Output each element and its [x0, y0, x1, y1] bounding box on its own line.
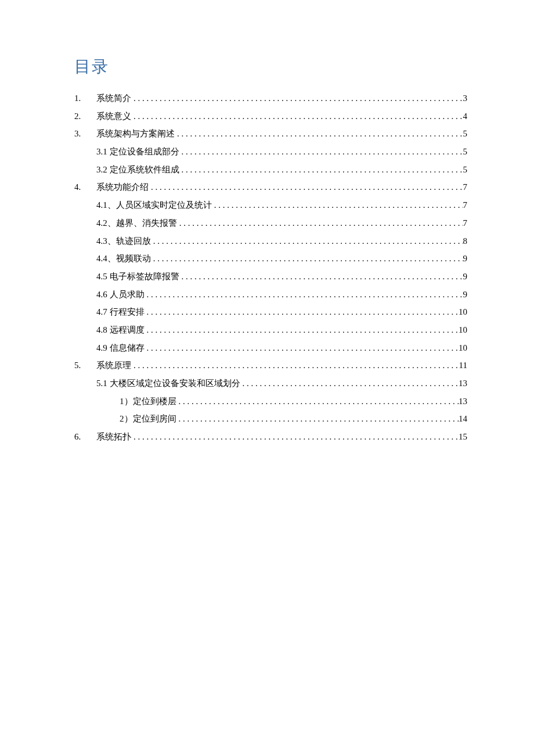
- toc-entry-page: 10: [459, 323, 467, 337]
- toc-entry-number: 6.: [74, 430, 96, 444]
- table-of-contents: 1.系统简介32.系统意义43.系统架构与方案阐述53.1 定位设备组成部分53…: [74, 92, 467, 444]
- toc-entry-page: 5: [463, 145, 468, 159]
- toc-entry-text: 4.8 远程调度: [96, 323, 145, 337]
- toc-heading: 目录: [74, 56, 467, 78]
- toc-entry-page: 3: [463, 92, 468, 105]
- toc-entry-text: 4.5 电子标签故障报警: [96, 270, 179, 283]
- toc-entry[interactable]: 3.1 定位设备组成部分5: [74, 145, 467, 159]
- toc-entry-page: 7: [463, 181, 468, 194]
- toc-entry-page: 9: [463, 252, 468, 265]
- toc-entry[interactable]: 3.系统架构与方案阐述5: [74, 127, 467, 141]
- toc-entry-page: 15: [459, 430, 467, 444]
- toc-entry-page: 5: [463, 127, 468, 141]
- toc-leader-dots: [131, 430, 459, 444]
- toc-entry[interactable]: 5.系统原理11: [74, 359, 467, 372]
- toc-leader-dots: [131, 110, 463, 123]
- toc-entry-text: 系统架构与方案阐述: [96, 127, 175, 141]
- toc-entry-text: 4.4、视频联动: [96, 252, 151, 265]
- toc-entry-text: 4.3、轨迹回放: [96, 235, 151, 248]
- toc-entry-page: 13: [459, 395, 467, 408]
- toc-leader-dots: [212, 199, 463, 212]
- toc-entry-page: 14: [459, 412, 467, 426]
- toc-entry-number: 3.: [74, 127, 96, 141]
- toc-entry[interactable]: 4.3、轨迹回放8: [74, 235, 467, 248]
- toc-leader-dots: [179, 145, 463, 159]
- toc-entry[interactable]: 4.系统功能介绍7: [74, 181, 467, 194]
- toc-entry[interactable]: 4.6 人员求助9: [74, 288, 467, 301]
- toc-entry[interactable]: 2.系统意义4: [74, 110, 467, 123]
- toc-leader-dots: [151, 235, 463, 248]
- toc-entry-number: 2.: [74, 110, 96, 123]
- toc-entry[interactable]: 6.系统拓扑15: [74, 430, 467, 444]
- toc-entry-text: 系统原理: [96, 359, 131, 372]
- toc-entry-page: 9: [463, 270, 468, 283]
- toc-entry-text: 5.1 大楼区域定位设备安装和区域划分: [96, 377, 240, 390]
- toc-leader-dots: [131, 92, 463, 105]
- toc-entry[interactable]: 4.2、越界、消失报警7: [74, 217, 467, 230]
- toc-leader-dots: [177, 217, 463, 230]
- toc-entry-text: 系统拓扑: [96, 430, 131, 444]
- toc-entry[interactable]: 4.9 信息储存10: [74, 341, 467, 355]
- toc-leader-dots: [145, 341, 459, 355]
- toc-leader-dots: [176, 395, 459, 408]
- toc-entry-text: 4.1、人员区域实时定位及统计: [96, 199, 212, 212]
- toc-entry-page: 4: [463, 110, 468, 123]
- toc-entry-text: 系统意义: [96, 110, 131, 123]
- toc-entry[interactable]: 1.系统简介3: [74, 92, 467, 105]
- toc-entry-page: 7: [463, 199, 468, 212]
- toc-leader-dots: [179, 270, 463, 283]
- toc-entry-text: 3.1 定位设备组成部分: [96, 145, 179, 159]
- toc-entry[interactable]: 4.4、视频联动9: [74, 252, 467, 265]
- toc-entry[interactable]: 4.7 行程安排10: [74, 305, 467, 319]
- toc-entry-text: 4.2、越界、消失报警: [96, 217, 177, 230]
- toc-entry-text: 系统简介: [96, 92, 131, 105]
- toc-entry-text: 2）定位到房间: [120, 412, 176, 426]
- toc-leader-dots: [131, 359, 459, 372]
- toc-entry-page: 11: [459, 359, 467, 372]
- toc-entry[interactable]: 3.2 定位系统软件组成5: [74, 163, 467, 177]
- toc-entry-page: 13: [459, 377, 467, 390]
- toc-entry-number: 5.: [74, 359, 96, 372]
- toc-entry[interactable]: 5.1 大楼区域定位设备安装和区域划分13: [74, 377, 467, 390]
- toc-leader-dots: [145, 323, 459, 337]
- toc-entry-text: 1）定位到楼层: [120, 395, 176, 408]
- toc-entry[interactable]: 4.8 远程调度10: [74, 323, 467, 337]
- toc-entry[interactable]: 4.5 电子标签故障报警9: [74, 270, 467, 283]
- toc-entry[interactable]: 1）定位到楼层13: [74, 395, 467, 408]
- toc-entry-page: 10: [459, 341, 467, 355]
- toc-leader-dots: [145, 288, 463, 301]
- toc-leader-dots: [179, 163, 463, 177]
- toc-leader-dots: [149, 181, 463, 194]
- toc-entry-number: 1.: [74, 92, 96, 105]
- toc-entry-text: 系统功能介绍: [96, 181, 149, 194]
- toc-entry-page: 10: [459, 305, 467, 319]
- toc-leader-dots: [175, 127, 463, 141]
- toc-entry-page: 7: [463, 217, 468, 230]
- toc-entry-page: 9: [463, 288, 468, 301]
- toc-entry-text: 4.6 人员求助: [96, 288, 145, 301]
- toc-entry[interactable]: 2）定位到房间14: [74, 412, 467, 426]
- toc-leader-dots: [145, 305, 459, 319]
- toc-entry-page: 5: [463, 163, 468, 177]
- toc-leader-dots: [240, 377, 459, 390]
- toc-entry-text: 4.7 行程安排: [96, 305, 145, 319]
- toc-entry-page: 8: [463, 235, 468, 248]
- toc-entry-text: 3.2 定位系统软件组成: [96, 163, 179, 177]
- toc-entry-text: 4.9 信息储存: [96, 341, 145, 355]
- toc-leader-dots: [151, 252, 463, 265]
- toc-entry-number: 4.: [74, 181, 96, 194]
- toc-entry[interactable]: 4.1、人员区域实时定位及统计7: [74, 199, 467, 212]
- toc-leader-dots: [176, 412, 459, 426]
